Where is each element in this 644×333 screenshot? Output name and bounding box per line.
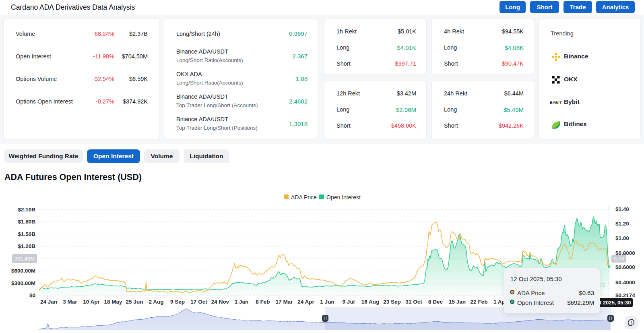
svg-text:24 Jan: 24 Jan (40, 299, 57, 305)
svg-text:$0: $0 (29, 292, 35, 298)
svg-text:16 Aug: 16 Aug (361, 299, 380, 305)
svg-text:18 May: 18 May (104, 299, 122, 305)
svg-text:1 Jan: 1 Jan (235, 299, 249, 305)
svg-text:17 Oct: 17 Oct (190, 299, 207, 305)
svg-text:$1.20: $1.20 (615, 221, 629, 227)
svg-text:$600.00M: $600.00M (11, 268, 35, 274)
svg-text:9 Sep: 9 Sep (170, 299, 185, 305)
svg-text:$1.00: $1.00 (615, 235, 629, 241)
svg-text:31 Oct: 31 Oct (405, 299, 422, 305)
svg-text:$0.2174: $0.2174 (615, 292, 635, 298)
svg-text:$2.10B: $2.10B (18, 207, 35, 213)
svg-text:2 Aug: 2 Aug (149, 299, 164, 305)
svg-text:$0.4000: $0.4000 (615, 279, 635, 285)
svg-text:1 Jun: 1 Jun (320, 299, 334, 305)
svg-text:$0.6000: $0.6000 (615, 264, 635, 270)
svg-text:25 Jun: 25 Jun (126, 299, 143, 305)
svg-text:10 Apr: 10 Apr (83, 299, 100, 305)
svg-text:$1.80B: $1.80B (18, 219, 35, 225)
svg-text:15 Jan: 15 Jan (449, 299, 466, 305)
svg-text:24 Apr: 24 Apr (297, 299, 314, 305)
svg-text:23 Sep: 23 Sep (383, 299, 401, 305)
svg-text:$1.40: $1.40 (615, 206, 629, 212)
svg-text:8 Dec: 8 Dec (428, 299, 443, 305)
svg-text:$300.00M: $300.00M (11, 280, 35, 286)
svg-text:22 Feb: 22 Feb (471, 299, 488, 305)
svg-text:17 Mar: 17 Mar (276, 299, 293, 305)
svg-text:24 Nov: 24 Nov (211, 299, 229, 305)
svg-text:8 Feb: 8 Feb (256, 299, 270, 305)
svg-text:3 Mar: 3 Mar (63, 299, 77, 305)
svg-text:9 Jul: 9 Jul (343, 299, 355, 305)
svg-text:$1.20B: $1.20B (18, 243, 35, 249)
svg-text:$1.50B: $1.50B (18, 231, 35, 237)
